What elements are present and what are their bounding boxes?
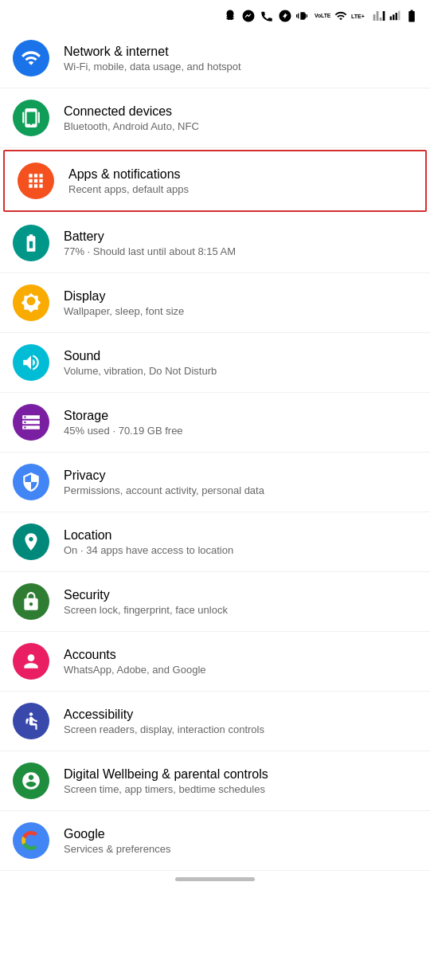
privacy-subtitle: Permissions, account activity, personal … — [64, 484, 417, 496]
settings-item-apps[interactable]: Apps & notificationsRecent apps, default… — [3, 150, 427, 212]
status-notif-icons: VoLTE LTE+ — [223, 9, 419, 23]
display-title: Display — [64, 289, 417, 304]
security-icon — [13, 583, 49, 620]
phone-icon — [260, 9, 274, 23]
wifi-signal-icon — [334, 9, 347, 23]
settings-item-location[interactable]: LocationOn · 34 apps have access to loca… — [0, 512, 430, 572]
settings-item-sound[interactable]: SoundVolume, vibration, Do Not Disturb — [0, 333, 430, 393]
location-icon — [13, 523, 49, 560]
settings-item-battery[interactable]: Battery77% · Should last until about 8:1… — [0, 214, 430, 273]
settings-item-security[interactable]: SecurityScreen lock, fingerprint, face u… — [0, 572, 430, 632]
display-subtitle: Wallpaper, sleep, font size — [64, 305, 417, 317]
settings-item-display[interactable]: DisplayWallpaper, sleep, font size — [0, 273, 430, 333]
digitalwellbeing-icon — [13, 762, 49, 799]
svg-text:LTE+: LTE+ — [351, 14, 365, 19]
status-bar: VoLTE LTE+ — [0, 0, 430, 29]
battery-status-icon — [405, 9, 419, 23]
connected-title: Connected devices — [64, 104, 417, 119]
sound-icon — [13, 344, 49, 381]
bottom-bar — [0, 871, 430, 891]
storage-title: Storage — [64, 409, 417, 423]
bottom-handle — [175, 877, 255, 881]
privacy-icon — [13, 464, 49, 500]
apps-subtitle: Recent apps, default apps — [68, 183, 412, 195]
settings-item-connected[interactable]: Connected devicesBluetooth, Android Auto… — [0, 88, 430, 148]
signal-bars2-icon — [389, 9, 401, 23]
signal-bars-icon — [373, 9, 385, 23]
storage-subtitle: 45% used · 70.19 GB free — [64, 425, 417, 437]
battery-title: Battery — [64, 229, 417, 244]
accounts-subtitle: WhatsApp, Adobe, and Google — [64, 664, 417, 676]
lte-icon: LTE+ — [351, 9, 369, 23]
accessibility-title: Accessibility — [64, 708, 417, 722]
accounts-title: Accounts — [64, 648, 417, 662]
google-subtitle: Services & preferences — [64, 843, 417, 855]
network-title: Network & internet — [64, 45, 417, 59]
settings-item-network[interactable]: Network & internetWi-Fi, mobile, data us… — [0, 29, 430, 88]
svg-text:VoLTE: VoLTE — [315, 13, 330, 18]
google-icon — [13, 822, 49, 859]
settings-item-accounts[interactable]: AccountsWhatsApp, Adobe, and Google — [0, 632, 430, 692]
privacy-title: Privacy — [64, 468, 417, 483]
accessibility-icon — [13, 703, 49, 739]
shazam-icon — [278, 9, 292, 23]
battery-icon — [13, 225, 49, 261]
vibrate-icon — [296, 9, 309, 23]
messenger-icon — [241, 9, 256, 23]
settings-item-digitalwellbeing[interactable]: Digital Wellbeing & parental controlsScr… — [0, 751, 430, 811]
storage-icon — [13, 404, 49, 441]
security-subtitle: Screen lock, fingerprint, face unlock — [64, 604, 417, 616]
sound-subtitle: Volume, vibration, Do Not Disturb — [64, 365, 417, 377]
digitalwellbeing-subtitle: Screen time, app timers, bedtime schedul… — [64, 783, 417, 795]
sound-title: Sound — [64, 349, 417, 363]
connected-subtitle: Bluetooth, Android Auto, NFC — [64, 120, 417, 132]
accounts-icon — [13, 643, 49, 680]
settings-list: Network & internetWi-Fi, mobile, data us… — [0, 29, 430, 871]
settings-item-google[interactable]: GoogleServices & preferences — [0, 811, 430, 871]
location-subtitle: On · 34 apps have access to location — [64, 544, 417, 556]
connected-icon — [13, 100, 49, 136]
digitalwellbeing-title: Digital Wellbeing & parental controls — [64, 767, 417, 782]
snapchat-icon — [223, 9, 237, 23]
apps-icon — [18, 163, 54, 199]
network-icon — [13, 40, 49, 76]
security-title: Security — [64, 588, 417, 602]
svg-point-3 — [29, 712, 33, 715]
accessibility-subtitle: Screen readers, display, interaction con… — [64, 723, 417, 735]
display-icon — [13, 284, 49, 321]
settings-item-privacy[interactable]: PrivacyPermissions, account activity, pe… — [0, 453, 430, 512]
apps-title: Apps & notifications — [68, 167, 412, 182]
location-title: Location — [64, 528, 417, 543]
google-title: Google — [64, 827, 417, 841]
settings-item-storage[interactable]: Storage45% used · 70.19 GB free — [0, 393, 430, 453]
signal-icon: VoLTE — [313, 9, 330, 23]
settings-item-accessibility[interactable]: AccessibilityScreen readers, display, in… — [0, 692, 430, 751]
battery-subtitle: 77% · Should last until about 8:15 AM — [64, 245, 417, 257]
network-subtitle: Wi-Fi, mobile, data usage, and hotspot — [64, 61, 417, 73]
